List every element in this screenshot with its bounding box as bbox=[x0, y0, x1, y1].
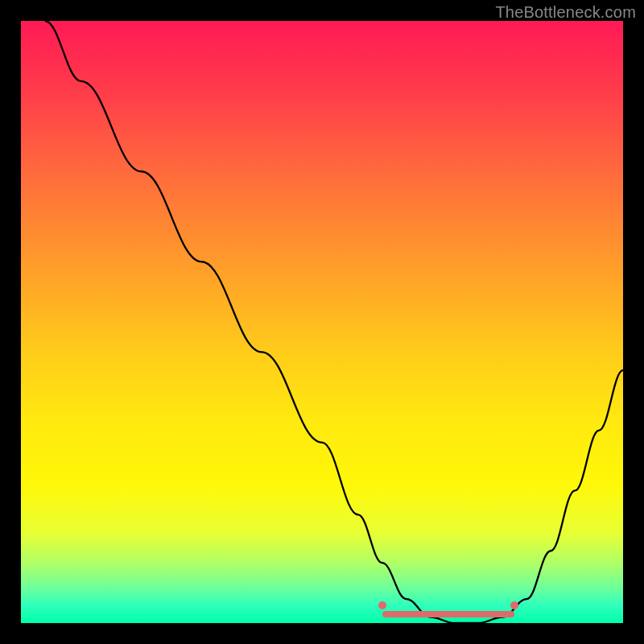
curve-line bbox=[21, 21, 623, 623]
highlight-band bbox=[382, 611, 515, 617]
plot-area bbox=[21, 21, 623, 623]
marker-right bbox=[510, 601, 518, 609]
watermark-text: TheBottleneck.com bbox=[495, 3, 636, 22]
marker-left bbox=[378, 601, 386, 609]
